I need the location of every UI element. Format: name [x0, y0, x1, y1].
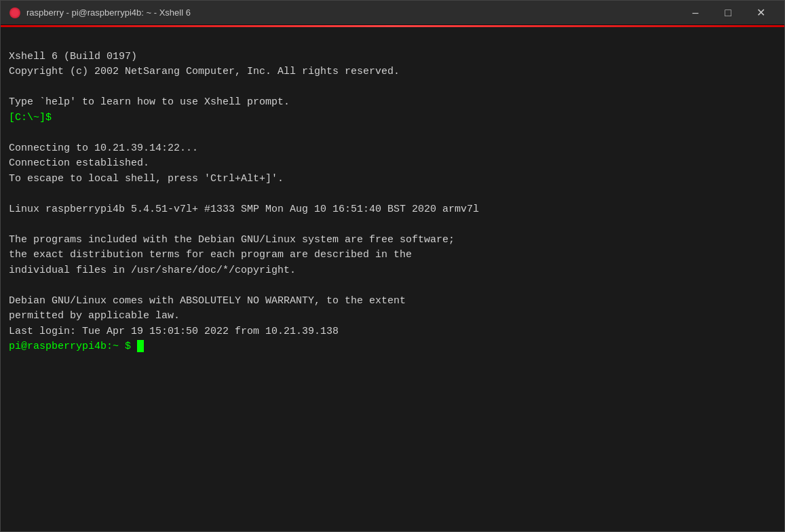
window-controls: – □ ✕: [680, 1, 776, 25]
terminal-body[interactable]: Xshell 6 (Build 0197) Copyright (c) 2002…: [1, 27, 784, 531]
line-local-prompt: [C:\~]$: [9, 112, 52, 124]
close-button[interactable]: ✕: [745, 1, 776, 25]
window-title: raspberry - pi@raspberrypi4b: ~ - Xshell…: [26, 7, 191, 18]
line-copyright: Copyright (c) 2002 NetSarang Computer, I…: [9, 66, 400, 77]
terminal-window: raspberry - pi@raspberrypi4b: ~ - Xshell…: [0, 0, 785, 532]
line-warranty1: Debian GNU/Linux comes with ABSOLUTELY N…: [9, 295, 406, 307]
titlebar-left: raspberry - pi@raspberrypi4b: ~ - Xshell…: [9, 7, 191, 19]
maximize-button[interactable]: □: [712, 1, 744, 25]
titlebar: raspberry - pi@raspberrypi4b: ~ - Xshell…: [1, 1, 784, 25]
raspberry-icon: [9, 7, 21, 19]
line-escape: To escape to local shell, press 'Ctrl+Al…: [9, 173, 284, 185]
terminal-output: Xshell 6 (Build 0197) Copyright (c) 2002…: [9, 34, 776, 370]
line-prompt: pi@raspberrypi4b:~ $: [9, 341, 137, 352]
minimize-button[interactable]: –: [680, 1, 711, 25]
line-license2: the exact distribution terms for each pr…: [9, 249, 412, 261]
line-help-tip: Type `help' to learn how to use Xshell p…: [9, 96, 290, 108]
line-license1: The programs included with the Debian GN…: [9, 234, 455, 246]
line-license3: individual files in /usr/share/doc/*/cop…: [9, 265, 296, 276]
line-connecting: Connecting to 10.21.39.14:22...: [9, 142, 198, 154]
line-warranty2: permitted by applicable law.: [9, 310, 180, 322]
line-kernel: Linux raspberrypi4b 5.4.51-v7l+ #1333 SM…: [9, 204, 479, 215]
line-connected: Connection established.: [9, 157, 149, 169]
line-last-login: Last login: Tue Apr 19 15:01:50 2022 fro…: [9, 326, 339, 337]
line-xshell-version: Xshell 6 (Build 0197): [9, 51, 137, 62]
cursor: [137, 340, 144, 352]
